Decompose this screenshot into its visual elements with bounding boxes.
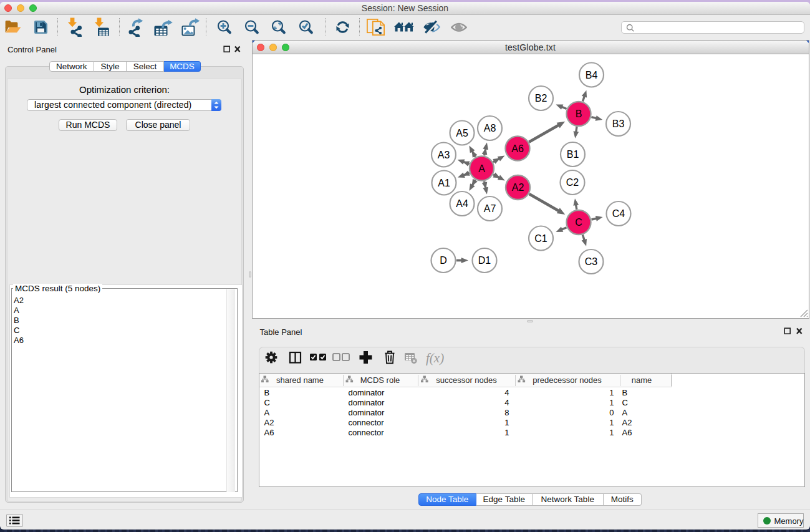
svg-text:B: B <box>575 109 582 119</box>
svg-text:C: C <box>575 217 582 228</box>
svg-text:A2: A2 <box>511 182 524 193</box>
svg-text:A5: A5 <box>456 127 468 138</box>
svg-text:A3: A3 <box>437 149 450 160</box>
svg-text:A4: A4 <box>456 198 468 209</box>
svg-text:C1: C1 <box>534 233 547 243</box>
svg-text:D: D <box>440 255 447 266</box>
svg-text:C4: C4 <box>612 208 625 219</box>
svg-text:B1: B1 <box>566 149 579 160</box>
svg-text:A1: A1 <box>438 177 450 188</box>
svg-text:B4: B4 <box>585 69 597 80</box>
svg-text:A: A <box>478 163 485 173</box>
svg-text:A6: A6 <box>511 143 524 153</box>
svg-text:B2: B2 <box>534 93 547 104</box>
svg-text:C3: C3 <box>584 256 597 267</box>
svg-text:C2: C2 <box>566 177 579 188</box>
svg-text:D1: D1 <box>478 255 491 266</box>
svg-text:A8: A8 <box>483 123 496 133</box>
svg-text:B3: B3 <box>612 118 624 129</box>
svg-text:A7: A7 <box>483 203 496 214</box>
